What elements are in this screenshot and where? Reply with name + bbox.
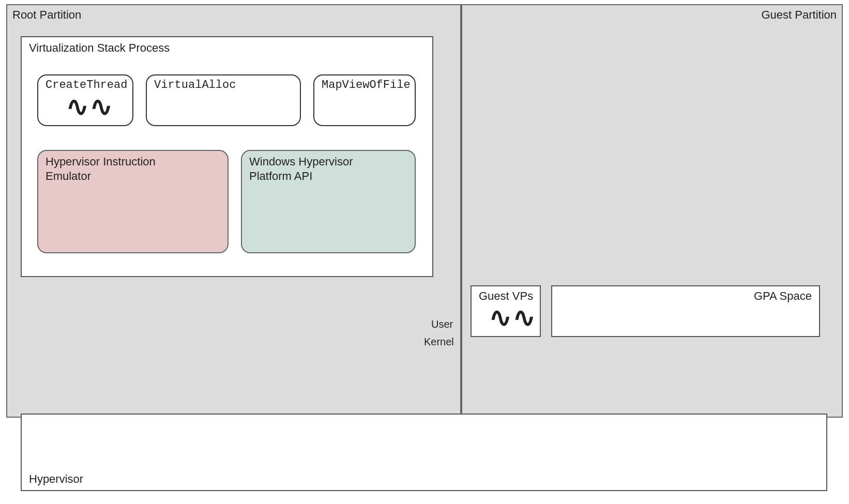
- map-view-of-file-box: MapViewOfFile: [313, 74, 416, 126]
- map-view-label: MapViewOfFile: [322, 79, 411, 91]
- hie-title-2: Emulator: [46, 170, 91, 183]
- guest-vp-glyph-2: ∿: [513, 302, 536, 333]
- hypervisor-instruction-emulator-box: Hypervisor Instruction Emulator Hypervis…: [37, 150, 229, 253]
- gpa-space-title: GPA Space: [754, 289, 812, 303]
- hie-title-1: Hypervisor Instruction: [46, 155, 156, 169]
- guest-vps-title: Guest VPs: [479, 289, 533, 303]
- gpa-space-box: GPA Space: [551, 285, 820, 337]
- create-thread-box: CreateThread ∿ ∿: [37, 74, 133, 126]
- thread-glyph-2: ∿: [90, 91, 113, 122]
- guest-vps-box: Guest VPs ∿ ∿: [471, 285, 541, 337]
- kernel-mode-label: Kernel: [424, 336, 454, 348]
- vsp-title: Virtualization Stack Process: [29, 41, 170, 55]
- guest-partition-box: Guest Partition: [461, 4, 843, 418]
- windows-hypervisor-platform-api-box: Windows Hypervisor Platform API Windows …: [241, 150, 416, 253]
- user-mode-label: User: [431, 318, 453, 330]
- whp-title-1: Windows Hypervisor: [249, 155, 353, 169]
- virtual-alloc-box: VirtualAlloc: [146, 74, 301, 126]
- root-partition-title: Root Partition: [12, 8, 81, 22]
- create-thread-label: CreateThread: [46, 79, 127, 91]
- whp-title-2: Platform API: [249, 170, 312, 183]
- hypervisor-box: Hypervisor: [21, 414, 827, 491]
- guest-partition-title: Guest Partition: [761, 8, 837, 22]
- virtual-alloc-label: VirtualAlloc: [154, 79, 236, 91]
- thread-glyph-1: ∿: [66, 91, 89, 122]
- diagram-canvas: Root Partition Guest Partition Virtualiz…: [0, 0, 849, 504]
- guest-vp-glyph-1: ∿: [489, 302, 512, 333]
- hypervisor-title: Hypervisor: [29, 472, 83, 486]
